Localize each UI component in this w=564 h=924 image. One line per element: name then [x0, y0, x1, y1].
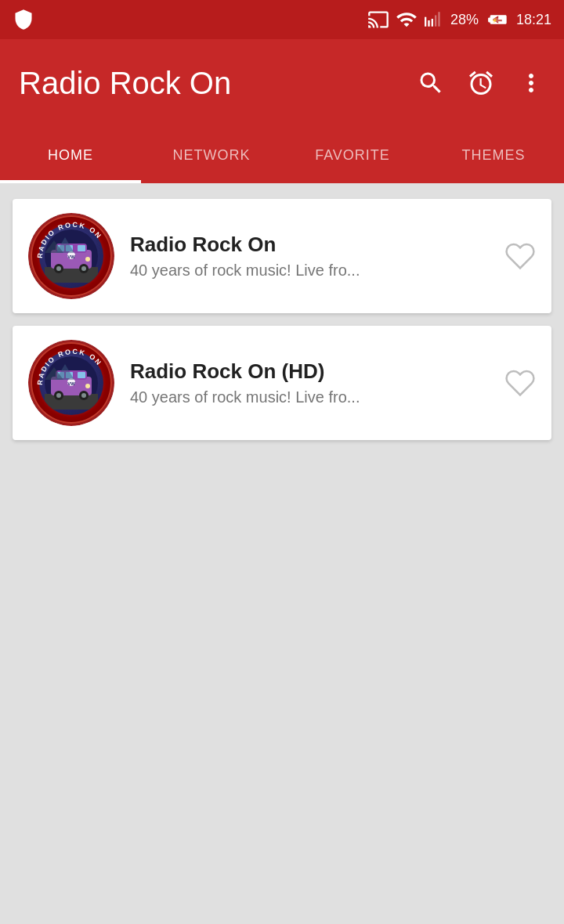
app-bar-actions	[417, 69, 545, 97]
signal-icon	[424, 9, 444, 31]
favorite-button[interactable]	[504, 240, 536, 272]
station-description: 40 years of rock music! Live fro...	[130, 388, 489, 406]
svg-rect-2	[502, 19, 504, 20]
station-name: Radio Rock On	[130, 233, 489, 257]
svg-text:⚡: ⚡	[492, 17, 498, 23]
search-icon[interactable]	[417, 69, 445, 97]
tab-network[interactable]: NETWORK	[141, 127, 282, 183]
tab-active-indicator	[0, 180, 141, 183]
more-icon[interactable]	[517, 69, 545, 97]
content-area: RADIO ROCK ON	[0, 183, 564, 924]
battery-percent: 28%	[450, 12, 479, 28]
radio-station-card[interactable]: RADIO ROCK ON	[13, 199, 551, 313]
station-description: 40 years of rock music! Live fro...	[130, 262, 489, 280]
shield-icon	[13, 9, 34, 31]
alarm-icon[interactable]	[467, 69, 495, 97]
tab-home[interactable]: HOME	[0, 127, 141, 183]
wifi-icon	[396, 9, 418, 31]
tab-favorite[interactable]: FAVORITE	[282, 127, 423, 183]
battery-icon: ⚡	[485, 9, 510, 31]
status-bar: 28% ⚡ 18:21	[0, 0, 564, 39]
station-logo: RADIO ROCK ON	[28, 213, 114, 299]
cast-icon	[367, 9, 389, 31]
logo-ring-text: RADIO ROCK ON	[31, 342, 114, 426]
svg-text:RADIO ROCK ON: RADIO ROCK ON	[36, 221, 103, 258]
app-bar: Radio Rock On	[0, 39, 564, 127]
tabs-bar: HOME NETWORK FAVORITE THEMES	[0, 127, 564, 183]
favorite-button[interactable]	[504, 367, 536, 399]
svg-text:RADIO ROCK ON: RADIO ROCK ON	[36, 348, 103, 385]
radio-station-card[interactable]: RADIO ROCK ON VW	[13, 326, 551, 440]
logo-ring-text: RADIO ROCK ON	[31, 215, 114, 299]
station-logo: RADIO ROCK ON VW	[28, 340, 114, 426]
status-icons: 28% ⚡ 18:21	[367, 9, 551, 31]
app-title: Radio Rock On	[19, 66, 417, 101]
station-info: Radio Rock On 40 years of rock music! Li…	[130, 233, 489, 280]
time-display: 18:21	[516, 12, 551, 28]
station-name: Radio Rock On (HD)	[130, 359, 489, 384]
tab-themes[interactable]: THEMES	[423, 127, 564, 183]
station-info: Radio Rock On (HD) 40 years of rock musi…	[130, 359, 489, 406]
